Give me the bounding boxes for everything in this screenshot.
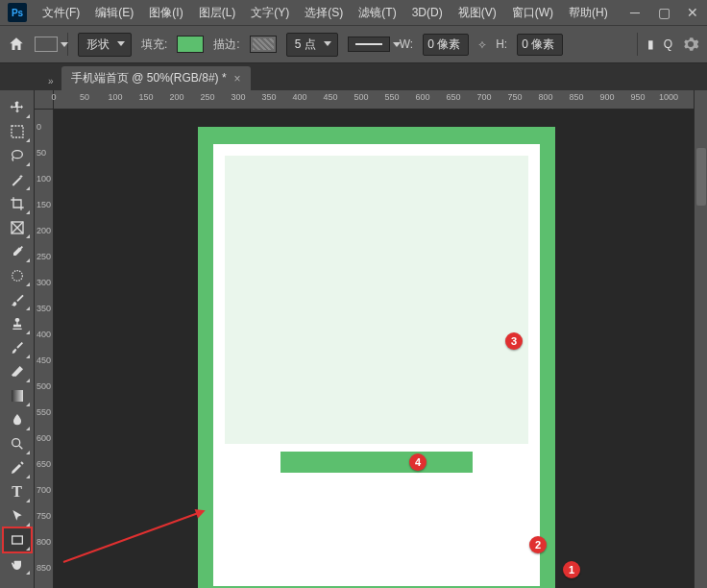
ruler-tick: 700 — [37, 485, 51, 495]
ruler-tick: 700 — [476, 92, 491, 102]
ruler-tick: 850 — [569, 92, 583, 102]
ruler-tick: 400 — [37, 330, 51, 339]
svg-point-1 — [12, 151, 22, 159]
magic-wand-tool[interactable] — [4, 168, 31, 191]
canvas-lightgreen-rect — [225, 156, 528, 444]
ruler-tick: 1000 — [659, 92, 678, 102]
ruler-tick: 250 — [200, 92, 214, 102]
ruler-horizontal: 0 50 100 150 200 250 300 350 400 450 500… — [35, 90, 694, 110]
pen-tool[interactable] — [4, 456, 31, 479]
ruler-tick: 250 — [37, 252, 51, 261]
menu-type[interactable]: 文字(Y) — [243, 0, 297, 25]
gear-icon[interactable] — [682, 36, 699, 53]
height-label: H: — [496, 37, 507, 51]
fill-swatch[interactable] — [177, 36, 204, 53]
eyedropper-tool[interactable] — [4, 240, 31, 263]
menu-3d[interactable]: 3D(D) — [404, 0, 451, 25]
history-brush-tool[interactable] — [4, 336, 31, 359]
lasso-tool[interactable] — [4, 144, 31, 167]
ruler-tick: 850 — [37, 563, 51, 573]
ruler-tick: 800 — [37, 537, 51, 547]
document-tab-bar: » 手机端首页 @ 50%(RGB/8#) * × — [0, 63, 707, 90]
hand-tool[interactable] — [4, 552, 31, 576]
ruler-tick: 600 — [37, 433, 51, 443]
dodge-tool[interactable] — [4, 432, 31, 455]
annotation-4: 4 — [409, 453, 427, 471]
crop-tool[interactable] — [4, 192, 31, 215]
menu-view[interactable]: 视图(V) — [451, 0, 504, 25]
close-button[interactable]: ✕ — [678, 0, 707, 25]
ruler-tick: 150 — [138, 92, 153, 102]
align-icon[interactable]: ▮ — [647, 37, 654, 51]
ruler-tick: 500 — [354, 92, 368, 102]
ruler-tick: 150 — [37, 200, 51, 209]
tool-preset-dropdown[interactable] — [35, 37, 58, 52]
eraser-tool[interactable] — [4, 360, 31, 383]
menu-image[interactable]: 图像(I) — [141, 0, 190, 25]
canvas-viewport[interactable]: 1 2 3 4 — [54, 110, 694, 588]
marquee-tool[interactable] — [4, 120, 31, 143]
right-panel-dock[interactable] — [694, 90, 707, 588]
move-tool[interactable] — [4, 96, 31, 119]
canvas-white-rect — [213, 144, 540, 586]
workarea: 0 50 100 150 200 250 300 350 400 450 500… — [35, 90, 694, 588]
ruler-tick: 750 — [37, 511, 51, 521]
menu-edit[interactable]: 编辑(E) — [87, 0, 141, 25]
maximize-button[interactable]: ▢ — [649, 0, 678, 25]
ruler-tick: 400 — [292, 92, 306, 102]
link-wh-icon[interactable]: ⟡ — [478, 37, 486, 51]
blur-tool[interactable] — [4, 408, 31, 431]
menu-file[interactable]: 文件(F) — [35, 0, 87, 25]
ruler-tick: 800 — [538, 92, 552, 102]
minimize-button[interactable]: ─ — [621, 0, 649, 25]
window-controls: ─ ▢ ✕ — [621, 0, 707, 25]
svg-point-3 — [12, 271, 22, 282]
main-area: T 0 50 100 150 200 250 300 350 400 450 5… — [0, 90, 707, 588]
document-tab[interactable]: 手机端首页 @ 50%(RGB/8#) * × — [61, 66, 251, 90]
ruler-tick: 550 — [37, 407, 51, 417]
ruler-tick: 100 — [108, 92, 122, 102]
ruler-tick: 900 — [599, 92, 614, 102]
home-icon[interactable] — [8, 36, 25, 53]
stroke-swatch[interactable] — [250, 36, 277, 53]
canvas-document — [198, 127, 555, 588]
type-tool[interactable]: T — [4, 480, 31, 503]
ruler-tick: 200 — [169, 92, 183, 102]
width-label: W: — [400, 37, 413, 51]
stroke-style-dropdown[interactable] — [348, 37, 390, 52]
ruler-tick: 350 — [37, 304, 51, 313]
shape-mode-dropdown[interactable]: 形状 — [78, 33, 132, 57]
ruler-tick: 500 — [37, 381, 51, 391]
menu-help[interactable]: 帮助(H) — [561, 0, 616, 25]
stamp-tool[interactable] — [4, 312, 31, 335]
ruler-tick: 350 — [261, 92, 276, 102]
ruler-tick: 50 — [37, 148, 46, 158]
stroke-width-dropdown[interactable]: 5 点 — [286, 33, 338, 57]
fill-label: 填充: — [141, 37, 167, 53]
brush-tool[interactable] — [4, 288, 31, 311]
separator — [637, 33, 638, 56]
ruler-tick: 450 — [37, 355, 51, 365]
path-select-tool[interactable] — [4, 504, 31, 527]
search-icon[interactable]: Q — [664, 37, 672, 51]
annotation-3: 3 — [505, 332, 523, 350]
gradient-tool[interactable] — [4, 384, 31, 407]
menu-layer[interactable]: 图层(L) — [191, 0, 244, 25]
rectangle-tool[interactable] — [4, 528, 31, 551]
healing-tool[interactable] — [4, 264, 31, 287]
canvas-green-bar — [280, 452, 473, 473]
tab-close-icon[interactable]: × — [234, 72, 241, 86]
height-input[interactable]: 0 像素 — [517, 34, 563, 56]
ruler-tick: 100 — [37, 174, 51, 184]
ruler-tick: 50 — [80, 92, 89, 102]
ps-logo: Ps — [8, 3, 27, 22]
stroke-label: 描边: — [213, 37, 239, 53]
menu-window[interactable]: 窗口(W) — [504, 0, 561, 25]
ruler-tick: 300 — [37, 278, 51, 287]
svg-rect-0 — [12, 126, 23, 137]
menu-filter[interactable]: 滤镜(T) — [351, 0, 403, 25]
width-input[interactable]: 0 像素 — [423, 34, 469, 56]
menu-select[interactable]: 选择(S) — [297, 0, 351, 25]
frame-tool[interactable] — [4, 216, 31, 239]
expand-panels-icon[interactable]: » — [48, 76, 61, 90]
